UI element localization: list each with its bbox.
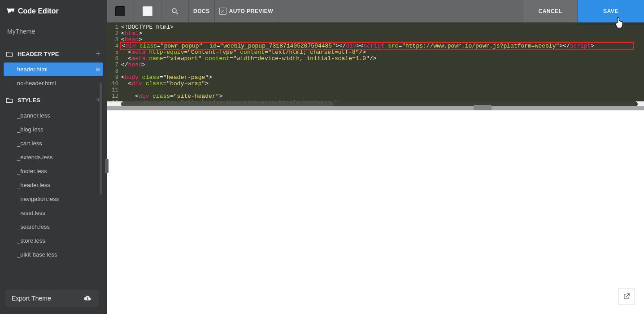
preview-pane — [107, 110, 644, 314]
sidebar-resize-handle[interactable] — [105, 159, 109, 173]
gear-icon[interactable]: ⚙ — [96, 66, 100, 73]
svg-point-0 — [172, 9, 176, 13]
dark-theme-swatch[interactable] — [107, 0, 134, 22]
folder-icon — [5, 50, 14, 59]
file-item[interactable]: _extends.less — [4, 150, 103, 164]
pane-splitter[interactable] — [107, 106, 644, 110]
file-label: header.html — [17, 66, 48, 73]
search-button[interactable] — [161, 0, 189, 22]
sidebar-scrollbar-thumb[interactable] — [100, 83, 102, 195]
auto-preview-toggle[interactable]: ✓ AUTO PREVIEW — [215, 0, 278, 22]
theme-name-bar: MyTheme — [0, 22, 107, 40]
file-label: _store.less — [17, 237, 45, 244]
file-item[interactable]: header.html⚙ — [4, 62, 103, 76]
file-item[interactable]: _header.less — [4, 178, 103, 192]
file-item[interactable]: _search.less — [4, 220, 103, 234]
file-item[interactable]: _uikit-base.less — [4, 248, 103, 262]
file-label: _navigation.less — [17, 196, 59, 202]
brand-title: Code Editor — [18, 7, 59, 15]
save-button[interactable]: SAVE — [578, 0, 644, 22]
file-item[interactable]: _reset.less — [4, 206, 103, 220]
code-editor[interactable]: 1234567891011121314 <!DOCTYPE html><html… — [107, 22, 644, 101]
file-label: _extends.less — [17, 154, 53, 161]
add-file-button[interactable]: + — [96, 49, 100, 59]
section-title: HEADER TYPE — [17, 51, 59, 57]
docs-button[interactable]: DOCS — [189, 0, 215, 22]
code-content[interactable]: <!DOCTYPE html><html><head><div class="p… — [121, 22, 644, 101]
brand-bar: Code Editor — [0, 0, 107, 22]
file-label: _uikit-base.less — [17, 251, 57, 258]
section-title: STYLES — [17, 97, 40, 104]
export-theme-button[interactable]: Export Theme — [5, 290, 99, 307]
file-label: _search.less — [17, 223, 50, 230]
file-item[interactable]: _cart.less — [4, 136, 103, 150]
export-theme-label: Export Theme — [12, 295, 51, 302]
file-label: _footer.less — [17, 168, 47, 174]
theme-name: MyTheme — [7, 28, 35, 35]
file-label: _header.less — [17, 182, 50, 188]
line-number-gutter: 1234567891011121314 — [107, 22, 121, 101]
cloud-upload-icon — [83, 293, 92, 303]
folder-icon — [5, 96, 14, 105]
file-item[interactable]: _blog.less — [4, 122, 103, 136]
sidebar-scroll[interactable]: HEADER TYPE+header.html⚙no-header.htmlST… — [0, 40, 107, 285]
file-item[interactable]: _footer.less — [4, 164, 103, 178]
pane-splitter-handle[interactable] — [474, 105, 492, 110]
section-header: STYLES+ — [4, 90, 103, 109]
toolbar: DOCS ✓ AUTO PREVIEW CANCEL SAVE — [107, 0, 644, 22]
file-label: no-header.html — [17, 80, 56, 87]
file-item[interactable]: _store.less — [4, 234, 103, 248]
light-theme-swatch[interactable] — [134, 0, 161, 22]
open-external-button[interactable] — [618, 288, 635, 305]
file-label: _blog.less — [17, 126, 44, 133]
svg-line-1 — [176, 12, 178, 14]
file-label: _cart.less — [17, 140, 42, 147]
section-header: HEADER TYPE+ — [4, 44, 103, 62]
checkbox-icon: ✓ — [219, 8, 226, 15]
file-item[interactable]: _navigation.less — [4, 192, 103, 206]
sidebar: HEADER TYPE+header.html⚙no-header.htmlST… — [0, 40, 107, 314]
file-item[interactable]: no-header.html — [4, 76, 103, 90]
file-label: _banner.less — [17, 112, 50, 119]
weebly-logo-icon — [6, 7, 15, 16]
file-label: _reset.less — [17, 209, 45, 216]
file-item[interactable]: _banner.less — [4, 109, 103, 122]
cancel-button[interactable]: CANCEL — [523, 0, 578, 22]
